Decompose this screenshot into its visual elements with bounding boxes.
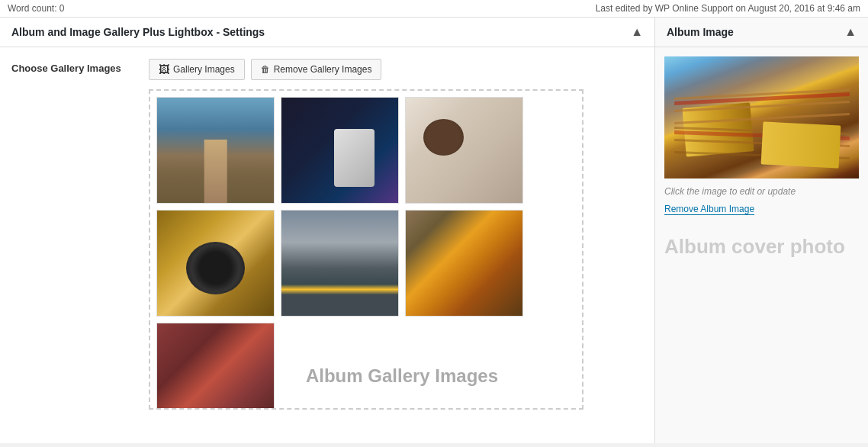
- plugin-collapse-icon[interactable]: ▲: [631, 25, 643, 39]
- gallery-section: Choose Gallery Images 🖼 Gallery Images 🗑…: [0, 47, 654, 421]
- gallery-image-bicycle: [157, 323, 274, 410]
- gallery-image-road: [157, 98, 274, 203]
- word-count: Word count: 0: [8, 3, 65, 14]
- gallery-controls: 🖼 Gallery Images 🗑 Remove Gallery Images: [149, 59, 643, 410]
- gallery-item[interactable]: [281, 97, 399, 204]
- top-bar: Word count: 0 Last edited by WP Online S…: [0, 0, 868, 18]
- gallery-buttons: 🖼 Gallery Images 🗑 Remove Gallery Images: [149, 59, 643, 80]
- album-image-placeholder[interactable]: [664, 56, 859, 178]
- gallery-item[interactable]: [405, 97, 523, 204]
- album-image-hint: Click the image to edit or update: [664, 186, 859, 197]
- sidebar-title: Album Image: [667, 26, 734, 38]
- plugin-header: Album and Image Gallery Plus Lightbox - …: [0, 18, 654, 47]
- gallery-grid: Album Gallery Images: [156, 97, 576, 410]
- album-cover-title: Album cover photo: [655, 224, 868, 270]
- remove-album-link[interactable]: Remove Album Image: [664, 204, 754, 215]
- remove-gallery-button[interactable]: 🗑 Remove Gallery Images: [251, 59, 382, 80]
- gallery-image-coffee: [406, 98, 522, 203]
- gallery-image-camera: [157, 211, 274, 316]
- sidebar: Album Image ▲ Click the im: [654, 18, 868, 443]
- gallery-album-text: Album Gallery Images: [281, 323, 523, 410]
- album-cover-image: [664, 56, 859, 178]
- main-layout: Album and Image Gallery Plus Lightbox - …: [0, 18, 868, 443]
- gallery-image-birds: [281, 211, 398, 316]
- gallery-icon: 🖼: [159, 63, 169, 76]
- gallery-item[interactable]: [405, 210, 523, 317]
- trash-icon: 🗑: [261, 64, 270, 75]
- last-edited-text: Last edited by WP Online Support on Augu…: [596, 3, 860, 14]
- sidebar-content: Click the image to edit or update Remove…: [655, 47, 868, 224]
- sidebar-header: Album Image ▲: [655, 18, 868, 47]
- gallery-grid-container[interactable]: Album Gallery Images: [149, 89, 583, 410]
- gallery-image-phone: [281, 98, 398, 203]
- main-content: Album and Image Gallery Plus Lightbox - …: [0, 18, 654, 443]
- gallery-item[interactable]: [156, 323, 275, 410]
- gallery-item[interactable]: [156, 97, 275, 204]
- gallery-item[interactable]: [281, 210, 399, 317]
- gallery-section-label: Choose Gallery Images: [11, 59, 149, 74]
- gallery-image-boats: [406, 211, 522, 316]
- plugin-title: Album and Image Gallery Plus Lightbox - …: [11, 26, 265, 38]
- gallery-item[interactable]: [156, 210, 275, 317]
- gallery-images-button[interactable]: 🖼 Gallery Images: [149, 59, 245, 80]
- sidebar-collapse-icon[interactable]: ▲: [844, 25, 857, 39]
